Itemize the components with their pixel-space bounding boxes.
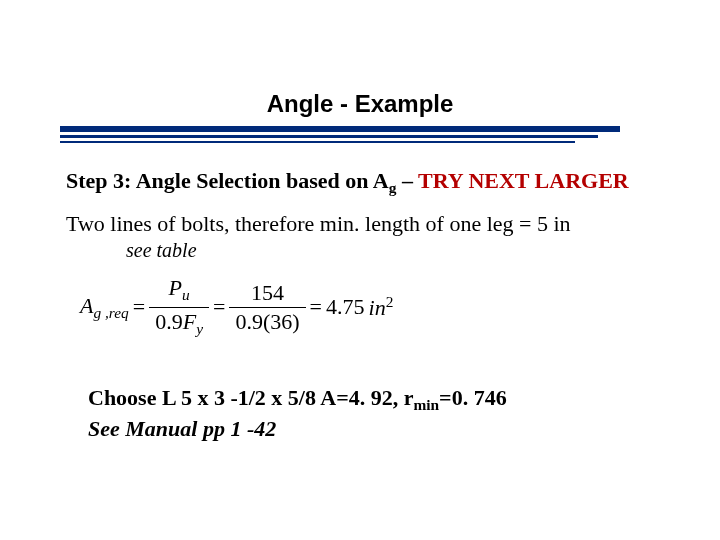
rule-thin <box>60 141 575 143</box>
formula-lhs: Ag ,req <box>80 293 129 322</box>
formula-eq3: = <box>310 294 322 320</box>
frac1-den-09: 0.9 <box>155 309 183 334</box>
choose-line1-b: =0. 746 <box>439 385 507 410</box>
see-table-note: see table <box>126 239 666 262</box>
frac1-num-P: P <box>169 275 182 300</box>
frac1-den-F: F <box>183 309 196 334</box>
step-dash: – <box>402 168 418 193</box>
choose-line1: Choose L 5 x 3 -1/2 x 5/8 A=4. 92, rmin=… <box>88 384 666 415</box>
frac1-num-sub: u <box>182 287 190 304</box>
step-heading: Step 3: Angle Selection based on Ag – TR… <box>66 168 666 197</box>
choose-line1-sub: min <box>413 396 439 413</box>
formula-frac2: 154 0.9(36) <box>229 281 305 334</box>
choose-line2: See Manual pp 1 -42 <box>88 415 666 443</box>
step-prefix: Step 3: Angle Selection based on A <box>66 168 389 193</box>
title-underline <box>60 126 620 143</box>
formula-frac1: Pu 0.9Fy <box>149 276 209 338</box>
step-try-larger: TRY NEXT LARGER <box>418 168 629 193</box>
page-title: Angle - Example <box>0 90 720 118</box>
two-lines-note: Two lines of bolts, therefore min. lengt… <box>66 211 666 237</box>
step-sub-g: g <box>389 179 397 196</box>
frac2-num: 154 <box>229 281 305 308</box>
formula: Ag ,req = Pu 0.9Fy = 154 0.9(36) = <box>78 276 666 338</box>
formula-rhs-unit: in <box>369 295 386 320</box>
rule-mid <box>60 135 598 138</box>
formula-eq1: = <box>133 294 145 320</box>
choose-line1-a: Choose L 5 x 3 -1/2 x 5/8 A=4. 92, r <box>88 385 413 410</box>
formula-rhs-val: 4.75 <box>326 294 365 320</box>
frac1-den-sub: y <box>196 320 203 337</box>
formula-rhs-sup: 2 <box>386 293 394 310</box>
choose-block: Choose L 5 x 3 -1/2 x 5/8 A=4. 92, rmin=… <box>88 384 666 442</box>
frac2-den: 0.9(36) <box>229 308 305 334</box>
rule-thick <box>60 126 620 132</box>
formula-lhs-A: A <box>80 293 93 318</box>
formula-eq2: = <box>213 294 225 320</box>
formula-lhs-sub: g ,req <box>93 304 128 321</box>
